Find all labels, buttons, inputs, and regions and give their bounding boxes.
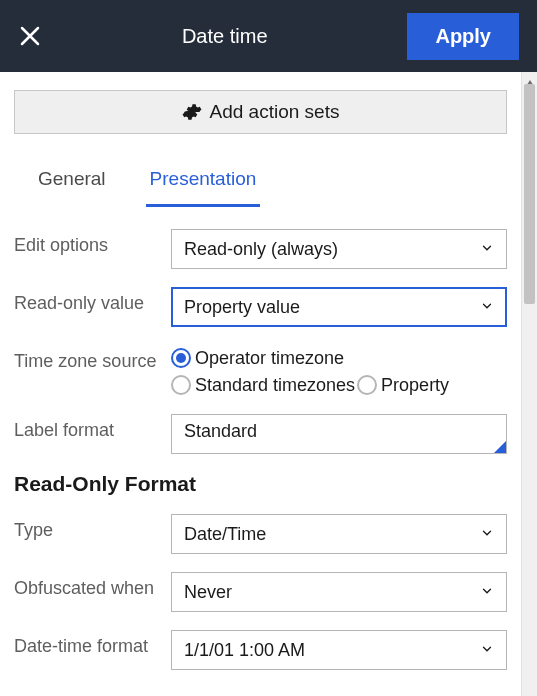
radio-label: Operator timezone bbox=[195, 347, 344, 370]
tabs: General Presentation bbox=[14, 158, 507, 207]
readonly-value-value: Property value bbox=[184, 297, 300, 318]
label-format-value: Standard bbox=[184, 421, 257, 441]
timezone-radio-group: Operator timezone Standard timezones Pro… bbox=[171, 345, 507, 396]
tab-general[interactable]: General bbox=[34, 158, 110, 207]
radio-label: Property bbox=[381, 374, 449, 397]
add-action-sets-label: Add action sets bbox=[210, 101, 340, 123]
apply-button[interactable]: Apply bbox=[407, 13, 519, 60]
readonly-value-select[interactable]: Property value bbox=[171, 287, 507, 327]
obfuscated-when-select[interactable]: Never bbox=[171, 572, 507, 612]
chevron-down-icon bbox=[480, 582, 494, 603]
obfuscated-when-value: Never bbox=[184, 582, 232, 603]
scrollbar-thumb[interactable] bbox=[524, 84, 535, 304]
add-action-sets-button[interactable]: Add action sets bbox=[14, 90, 507, 134]
edit-options-select[interactable]: Read-only (always) bbox=[171, 229, 507, 269]
radio-icon bbox=[357, 375, 377, 395]
scrollbar[interactable] bbox=[521, 72, 537, 696]
radio-icon bbox=[171, 348, 191, 368]
close-icon[interactable] bbox=[18, 24, 42, 48]
content-area: Add action sets General Presentation Edi… bbox=[0, 72, 521, 696]
timezone-source-label: Time zone source bbox=[14, 345, 159, 372]
type-label: Type bbox=[14, 514, 159, 541]
datetime-format-value: 1/1/01 1:00 AM bbox=[184, 640, 305, 661]
type-value: Date/Time bbox=[184, 524, 266, 545]
radio-icon bbox=[171, 375, 191, 395]
timezone-radio-property[interactable]: Property bbox=[357, 374, 449, 397]
datetime-format-label: Date-time format bbox=[14, 630, 159, 657]
timezone-radio-operator[interactable]: Operator timezone bbox=[171, 347, 344, 370]
panel-title: Date time bbox=[182, 25, 268, 48]
tab-presentation[interactable]: Presentation bbox=[146, 158, 261, 207]
edit-options-label: Edit options bbox=[14, 229, 159, 256]
datetime-format-select[interactable]: 1/1/01 1:00 AM bbox=[171, 630, 507, 670]
radio-label: Standard timezones bbox=[195, 374, 355, 397]
readonly-format-heading: Read-Only Format bbox=[14, 472, 507, 496]
resize-handle-icon[interactable] bbox=[494, 441, 506, 453]
label-format-label: Label format bbox=[14, 414, 159, 441]
chevron-down-icon bbox=[480, 239, 494, 260]
label-format-input[interactable]: Standard bbox=[171, 414, 507, 454]
panel-header: Date time Apply bbox=[0, 0, 537, 72]
edit-options-value: Read-only (always) bbox=[184, 239, 338, 260]
type-select[interactable]: Date/Time bbox=[171, 514, 507, 554]
chevron-down-icon bbox=[480, 640, 494, 661]
readonly-value-label: Read-only value bbox=[14, 287, 159, 314]
obfuscated-when-label: Obfuscated when bbox=[14, 572, 159, 599]
chevron-down-icon bbox=[480, 297, 494, 318]
chevron-down-icon bbox=[480, 524, 494, 545]
timezone-radio-standard[interactable]: Standard timezones bbox=[171, 374, 355, 397]
gear-icon bbox=[182, 102, 202, 122]
